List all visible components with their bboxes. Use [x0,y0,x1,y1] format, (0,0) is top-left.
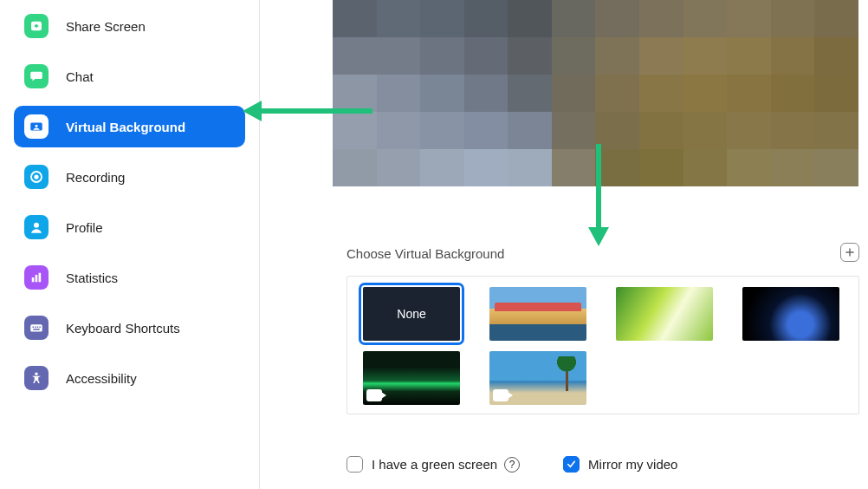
sidebar-item-chat[interactable]: Chat [14,55,245,97]
section-title: Choose Virtual Background [347,246,504,261]
recording-icon [24,165,49,189]
sidebar-item-label: Virtual Background [66,120,185,134]
svg-rect-11 [35,327,36,329]
add-background-button[interactable] [840,243,859,262]
settings-sidebar: Share Screen Chat Virtual Background Rec… [0,0,260,489]
svg-point-5 [34,223,39,228]
svg-rect-8 [39,273,42,283]
background-thumb-grass[interactable] [616,287,713,341]
sidebar-item-label: Profile [66,220,103,235]
sidebar-item-keyboard-shortcuts[interactable]: Keyboard Shortcuts [14,307,245,349]
svg-rect-7 [36,275,38,282]
background-thumb-bridge[interactable] [489,287,586,341]
checkbox-label: Mirror my video [588,457,677,472]
green-screen-checkbox[interactable]: I have a green screen ? [347,456,520,473]
sidebar-item-label: Keyboard Shortcuts [66,321,180,336]
background-thumb-earth[interactable] [742,287,839,341]
svg-point-15 [35,372,37,375]
keyboard-icon [24,316,49,340]
checkbox-label: I have a green screen [372,457,497,472]
svg-rect-12 [37,327,39,329]
svg-point-4 [34,174,38,179]
chat-icon [24,64,49,88]
options-row: I have a green screen ? Mirror my video [347,456,677,473]
sidebar-item-label: Accessibility [66,371,137,386]
svg-rect-9 [30,324,42,331]
checkbox-box [347,456,363,473]
svg-rect-14 [33,329,40,330]
main-panel: Choose Virtual Background None [260,0,868,489]
sidebar-item-profile[interactable]: Profile [14,206,245,248]
sidebar-item-recording[interactable]: Recording [14,156,245,198]
sidebar-item-label: Share Screen [66,19,146,34]
video-overlay-icon [493,389,508,401]
virtual-background-icon [24,114,49,139]
sidebar-item-label: Statistics [66,271,118,285]
svg-rect-10 [33,327,35,329]
video-overlay-icon [366,389,382,401]
statistics-icon [24,265,49,290]
background-thumb-beach[interactable] [489,351,586,405]
mirror-video-checkbox[interactable]: Mirror my video [563,456,677,473]
sidebar-item-statistics[interactable]: Statistics [14,257,245,298]
sidebar-item-share-screen[interactable]: Share Screen [14,5,245,47]
thumb-label: None [397,307,425,321]
sidebar-item-label: Chat [66,69,94,84]
share-screen-icon [24,14,49,38]
sidebar-item-accessibility[interactable]: Accessibility [14,357,245,399]
video-preview [333,0,858,186]
sidebar-item-virtual-background[interactable]: Virtual Background [14,106,245,147]
help-icon[interactable]: ? [504,457,520,473]
accessibility-icon [24,366,49,390]
background-thumb-none[interactable]: None [363,287,460,341]
checkbox-box [563,456,580,473]
svg-rect-6 [32,277,35,282]
background-thumb-aurora[interactable] [363,351,460,405]
profile-icon [24,215,49,239]
background-thumbnails: None [347,276,859,414]
svg-rect-13 [39,327,41,329]
sidebar-item-label: Recording [66,170,125,185]
svg-point-2 [36,125,38,127]
